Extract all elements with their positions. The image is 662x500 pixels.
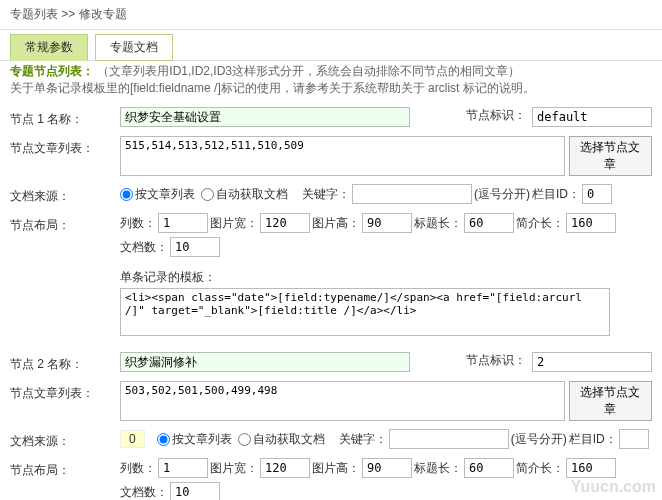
- node1-infolen-label: 简介长：: [516, 215, 564, 232]
- node2-kw-hint: (逗号分开): [511, 431, 567, 448]
- section-title: 专题节点列表：: [10, 64, 94, 78]
- node2-imgw-input[interactable]: [260, 458, 310, 478]
- node1-imgh-input[interactable]: [362, 213, 412, 233]
- node2-highlight: 0: [120, 430, 145, 448]
- node1-radio2[interactable]: [201, 188, 214, 201]
- node1-select-button[interactable]: 选择节点文章: [569, 136, 652, 176]
- node2-name-label: 节点 2 名称：: [10, 352, 120, 373]
- node1-list-label: 节点文章列表：: [10, 136, 120, 157]
- node1-docnum-label: 文档数：: [120, 239, 168, 256]
- node1-col-label: 栏目ID：: [532, 186, 580, 203]
- tabs: 常规参数 专题文档: [0, 34, 662, 61]
- node2-block: 节点 2 名称： 节点标识： 节点文章列表： 选择节点文章 文档来源： 0 按文…: [0, 344, 662, 500]
- node1-titlelen-input[interactable]: [464, 213, 514, 233]
- node1-name-input[interactable]: [120, 107, 410, 127]
- node1-titlelen-label: 标题长：: [414, 215, 462, 232]
- node2-radio1-label[interactable]: 按文章列表: [157, 431, 232, 448]
- node2-list-label: 节点文章列表：: [10, 381, 120, 402]
- node1-list-textarea[interactable]: [120, 136, 565, 176]
- node1-tag-label: 节点标识：: [466, 107, 526, 124]
- node2-radio1[interactable]: [157, 433, 170, 446]
- node2-list-textarea[interactable]: [120, 381, 565, 421]
- node2-titlelen-input[interactable]: [464, 458, 514, 478]
- breadcrumb: 专题列表 >> 修改专题: [0, 0, 662, 30]
- node2-cols-input[interactable]: [158, 458, 208, 478]
- section-hint2: 关于单条记录模板里的[field:fieldname /]标记的使用，请参考关于…: [10, 81, 535, 95]
- node1-tpl-label: 单条记录的模板：: [120, 265, 216, 286]
- node2-docnum-input[interactable]: [170, 482, 220, 500]
- node2-imgh-input[interactable]: [362, 458, 412, 478]
- node2-radio2-label[interactable]: 自动获取文档: [238, 431, 325, 448]
- node1-layout-label: 节点布局：: [10, 213, 120, 234]
- section-hint1: （文章列表用ID1,ID2,ID3这样形式分开，系统会自动排除不同节点的相同文章…: [97, 64, 520, 78]
- node1-name-label: 节点 1 名称：: [10, 107, 120, 128]
- node1-kw-input[interactable]: [352, 184, 472, 204]
- node1-tag-input[interactable]: [532, 107, 652, 127]
- node2-col-label: 栏目ID：: [569, 431, 617, 448]
- node2-infolen-input[interactable]: [566, 458, 616, 478]
- node1-col-input[interactable]: [582, 184, 612, 204]
- node1-docsrc-label: 文档来源：: [10, 184, 120, 205]
- node1-tpl-textarea[interactable]: [120, 288, 610, 336]
- node2-select-button[interactable]: 选择节点文章: [569, 381, 652, 421]
- node2-titlelen-label: 标题长：: [414, 460, 462, 477]
- node2-tag-label: 节点标识：: [466, 352, 526, 369]
- node1-radio1[interactable]: [120, 188, 133, 201]
- node2-radio1-text: 按文章列表: [172, 431, 232, 448]
- tab-docs[interactable]: 专题文档: [95, 34, 173, 61]
- node2-kw-input[interactable]: [389, 429, 509, 449]
- node2-docsrc-label: 文档来源：: [10, 429, 120, 450]
- node1-cols-input[interactable]: [158, 213, 208, 233]
- node1-kw-hint: (逗号分开): [474, 186, 530, 203]
- node1-infolen-input[interactable]: [566, 213, 616, 233]
- breadcrumb-b: 修改专题: [79, 7, 127, 21]
- breadcrumb-a[interactable]: 专题列表: [10, 7, 58, 21]
- node2-cols-label: 列数：: [120, 460, 156, 477]
- node1-imgw-input[interactable]: [260, 213, 310, 233]
- node1-imgh-label: 图片高：: [312, 215, 360, 232]
- node2-kw-label: 关键字：: [339, 431, 387, 448]
- tab-general[interactable]: 常规参数: [10, 34, 88, 61]
- node2-imgh-label: 图片高：: [312, 460, 360, 477]
- node1-radio1-text: 按文章列表: [135, 186, 195, 203]
- node1-kw-label: 关键字：: [302, 186, 350, 203]
- node2-tag-input[interactable]: [532, 352, 652, 372]
- node1-cols-label: 列数：: [120, 215, 156, 232]
- node2-radio2-text: 自动获取文档: [253, 431, 325, 448]
- node2-name-input[interactable]: [120, 352, 410, 372]
- node2-col-input[interactable]: [619, 429, 649, 449]
- node1-imgw-label: 图片宽：: [210, 215, 258, 232]
- node1-radio2-label[interactable]: 自动获取文档: [201, 186, 288, 203]
- node2-layout-label: 节点布局：: [10, 458, 120, 479]
- node1-block: 节点 1 名称： 节点标识： 节点文章列表： 选择节点文章 文档来源： 按文章列…: [0, 99, 662, 344]
- node2-docnum-label: 文档数：: [120, 484, 168, 501]
- node1-docnum-input[interactable]: [170, 237, 220, 257]
- node2-imgw-label: 图片宽：: [210, 460, 258, 477]
- breadcrumb-sep: >>: [61, 7, 75, 21]
- node2-infolen-label: 简介长：: [516, 460, 564, 477]
- section-header: 专题节点列表： （文章列表用ID1,ID2,ID3这样形式分开，系统会自动排除不…: [0, 60, 662, 99]
- node2-radio2[interactable]: [238, 433, 251, 446]
- node1-radio2-text: 自动获取文档: [216, 186, 288, 203]
- node1-radio1-label[interactable]: 按文章列表: [120, 186, 195, 203]
